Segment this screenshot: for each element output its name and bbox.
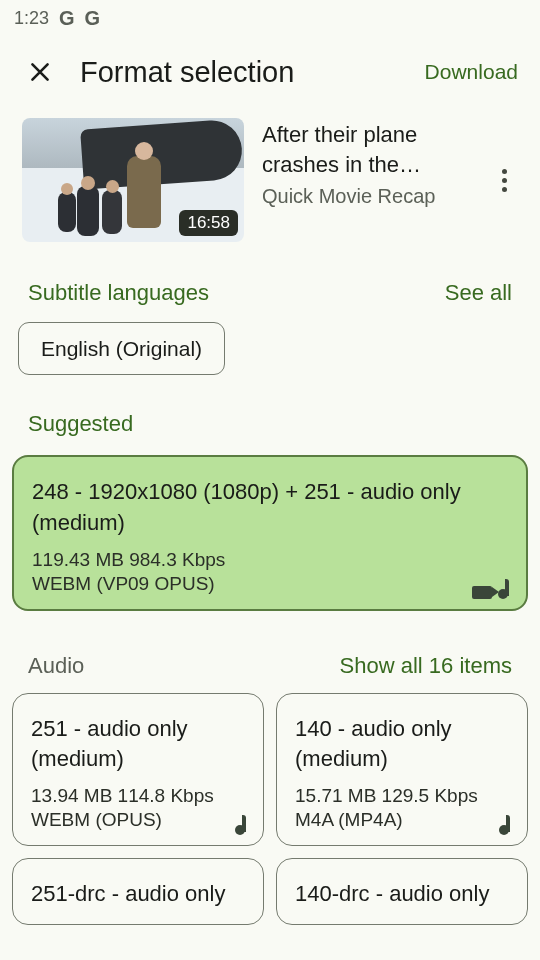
- audio-card-251-drc[interactable]: 251-drc - audio only: [12, 858, 264, 925]
- download-button[interactable]: Download: [425, 60, 518, 84]
- more-button[interactable]: [502, 169, 507, 192]
- format-codec: WEBM (OPUS): [31, 809, 245, 831]
- audio-card-140[interactable]: 140 - audio only (medium) 15.71 MB 129.5…: [276, 693, 528, 847]
- video-info: 16:58 After their plane crashes in the A…: [0, 100, 540, 250]
- video-thumbnail[interactable]: 16:58: [22, 118, 244, 242]
- audio-card-251[interactable]: 251 - audio only (medium) 13.94 MB 114.8…: [12, 693, 264, 847]
- header: Format selection Download: [0, 36, 540, 100]
- subtitle-chip-english[interactable]: English (Original): [18, 322, 225, 375]
- duration-badge: 16:58: [179, 210, 238, 236]
- format-title: 251 - audio only (medium): [31, 714, 245, 776]
- status-icon-g1: G: [59, 8, 75, 28]
- format-codec: M4A (MP4A): [295, 809, 509, 831]
- format-title: 140-drc - audio only: [295, 879, 509, 910]
- video-icon: [472, 586, 492, 599]
- audio-label: Audio: [28, 653, 84, 679]
- show-all-audio[interactable]: Show all 16 items: [340, 653, 512, 679]
- format-title: 140 - audio only (medium): [295, 714, 509, 776]
- format-size-bitrate: 119.43 MB 984.3 Kbps: [32, 549, 508, 571]
- audio-icon: [235, 815, 249, 835]
- audio-icon: [499, 815, 513, 835]
- format-size-bitrate: 15.71 MB 129.5 Kbps: [295, 785, 509, 807]
- format-title: 248 - 1920x1080 (1080p) + 251 - audio on…: [32, 477, 508, 539]
- status-bar: 1:23 G G: [0, 0, 540, 36]
- page-title: Format selection: [80, 56, 425, 89]
- audio-header: Audio Show all 16 items: [0, 615, 540, 693]
- audio-card-140-drc[interactable]: 140-drc - audio only: [276, 858, 528, 925]
- status-icon-g2: G: [85, 8, 101, 28]
- see-all-subtitles[interactable]: See all: [445, 280, 512, 306]
- audio-grid: 251 - audio only (medium) 13.94 MB 114.8…: [0, 693, 540, 925]
- format-codec: WEBM (VP09 OPUS): [32, 573, 508, 595]
- status-time: 1:23: [14, 8, 49, 29]
- video-title: After their plane crashes in the Alaskan…: [262, 120, 472, 179]
- suggested-format-card[interactable]: 248 - 1920x1080 (1080p) + 251 - audio on…: [12, 455, 528, 611]
- subtitles-header: Subtitle languages See all: [0, 250, 540, 320]
- format-size-bitrate: 13.94 MB 114.8 Kbps: [31, 785, 245, 807]
- audio-icon: [498, 579, 512, 599]
- subtitles-label: Subtitle languages: [28, 280, 209, 306]
- close-button[interactable]: [22, 54, 58, 90]
- suggested-label: Suggested: [0, 377, 540, 451]
- format-title: 251-drc - audio only: [31, 879, 245, 910]
- subtitle-chips: English (Original): [0, 320, 540, 377]
- video-channel: Quick Movie Recap: [262, 185, 472, 208]
- close-icon: [27, 59, 53, 85]
